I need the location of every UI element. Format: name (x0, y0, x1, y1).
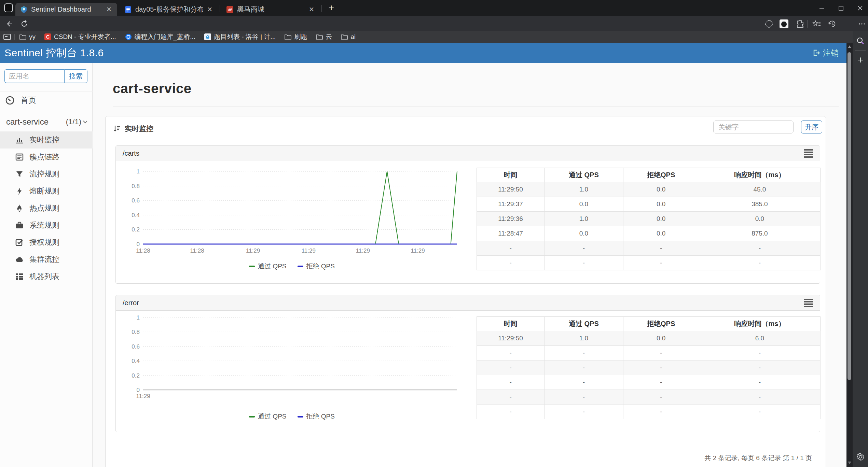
edge-sidebar-strip: + (853, 31, 868, 467)
window-close-button[interactable] (851, 0, 868, 16)
table-cell: - (623, 241, 699, 256)
sidebar-item-cluster-link[interactable]: 簇点链路 (0, 148, 93, 166)
sidebar-settings-gear-icon[interactable] (855, 452, 866, 462)
sidebar-menu: 实时监控 簇点链路 流控规则 熔断规则 热点规则 系统规则 (0, 131, 93, 285)
y-tick-label: 0.6 (132, 343, 140, 350)
strip-divider (855, 50, 866, 51)
monitor-label: 实时监控 (125, 124, 153, 133)
sidebar-item-home[interactable]: 首页 (0, 91, 93, 109)
table-row: ---- (477, 241, 821, 256)
cloud-icon (15, 256, 24, 263)
browser-menu-icon[interactable] (857, 19, 867, 29)
tab-close-icon[interactable]: ✕ (308, 5, 315, 13)
window-maximize-button[interactable] (831, 0, 851, 16)
x-tick-label: 11:29 (246, 247, 260, 254)
folder-icon (285, 34, 291, 40)
legend-label: 通过 QPS (258, 412, 286, 421)
y-tick-label: 0.8 (132, 183, 140, 189)
sort-ascending-button[interactable]: 升序 (801, 121, 822, 133)
sidebar-item-flow-rules[interactable]: 流控规则 (0, 166, 93, 183)
scrollbar-down-arrow[interactable] (848, 462, 851, 464)
metrics-table: 时间通过 QPS拒绝QPS响应时间（ms）11:29:501.00.06.0--… (477, 316, 821, 419)
sidebar-item-degrade-rules[interactable]: 熔断规则 (0, 183, 93, 200)
table-cell: 11:29:37 (477, 197, 545, 212)
y-tick-label: 0.2 (132, 372, 140, 379)
y-tick-label: 0 (137, 241, 140, 247)
scrollbar-thumb[interactable] (848, 52, 851, 380)
table-header-cell: 拒绝QPS (623, 168, 699, 182)
bookmark-csdn[interactable]: C CSDN - 专业开发者... (44, 32, 116, 41)
github-extension-icon[interactable] (779, 19, 789, 29)
back-icon[interactable] (4, 19, 14, 29)
folder-icon (19, 34, 26, 40)
app-search-button[interactable]: 搜索 (64, 69, 87, 83)
sidebar-add-icon[interactable]: + (855, 55, 866, 65)
legend-item[interactable]: 拒绝 QPS (298, 412, 335, 421)
panel-header: /carts (116, 146, 820, 161)
toolbar-divider (807, 20, 808, 28)
table-cell: - (477, 405, 545, 419)
legend-label: 拒绝 QPS (306, 262, 335, 271)
qps-line-chart: 10.80.60.40.2011:2811:2811:2911:2911:291… (122, 165, 462, 258)
app-search-input[interactable] (4, 69, 64, 83)
bookmark-lanqiao[interactable]: 编程入门题库_蓝桥... (125, 32, 195, 41)
sidebar-home-label: 首页 (20, 95, 36, 105)
legend-item[interactable]: 通过 QPS (249, 412, 286, 421)
sidebar-item-hotspot-rules[interactable]: 热点规则 (0, 200, 93, 217)
chart-legend: 通过 QPS拒绝 QPS (122, 262, 462, 271)
x-tick-label: 11:29 (356, 247, 370, 254)
bookmark-yun[interactable]: 云 (316, 32, 332, 41)
table-row: ---- (477, 390, 821, 405)
legend-item[interactable]: 拒绝 QPS (298, 262, 335, 271)
workspaces-icon[interactable] (4, 3, 13, 12)
sidebar-item-cluster-flow[interactable]: 集群流控 (0, 251, 93, 268)
tab-close-icon[interactable]: ✕ (106, 5, 112, 13)
chart-legend: 通过 QPS拒绝 QPS (122, 412, 462, 421)
sidebar-item-system-rules[interactable]: 系统规则 (0, 217, 93, 234)
table-cell: - (699, 346, 820, 360)
bookmark-luogu[interactable]: 题目列表 - 洛谷 | 计... (204, 32, 276, 41)
table-row: ---- (477, 256, 821, 270)
extensions-puzzle-icon[interactable] (795, 19, 805, 29)
doc-favicon (124, 6, 132, 13)
sidebar-item-realtime-monitor[interactable]: 实时监控 (0, 131, 93, 148)
history-icon[interactable] (827, 19, 837, 29)
tab-close-icon[interactable]: ✕ (206, 5, 213, 13)
table-cell: 11:29:50 (477, 331, 545, 346)
tab-day05[interactable]: day05-服务保护和分布式事务 - 飞 ✕ (120, 3, 218, 16)
bookmark-shuati[interactable]: 刷题 (285, 32, 307, 41)
chart-toolbox-icon[interactable] (804, 149, 813, 158)
fire-icon (15, 204, 24, 212)
refresh-icon[interactable] (19, 19, 29, 29)
scrollbar-up-arrow[interactable] (848, 45, 851, 48)
table-cell: - (545, 390, 623, 405)
legend-item[interactable]: 通过 QPS (249, 262, 286, 271)
bookmark-yy[interactable]: yy (19, 33, 36, 41)
keyword-input[interactable] (713, 121, 794, 133)
sidebar-search-icon[interactable] (855, 36, 866, 46)
sidebar-item-machine-list[interactable]: 机器列表 (0, 268, 93, 285)
tab-heima-mall[interactable]: 黑马商城 ✕ (221, 3, 320, 16)
tracking-prevention-icon[interactable] (764, 19, 774, 29)
table-cell: 1.0 (545, 182, 623, 197)
bookmark-ai[interactable]: ai (341, 33, 356, 41)
heima-favicon (226, 6, 234, 13)
table-cell: 0.0 (623, 226, 699, 241)
sidebar-app-toggle[interactable]: cart-service (1/1) (0, 113, 93, 131)
resource-route: /error (123, 299, 139, 307)
page-scrollbar[interactable] (846, 43, 853, 467)
tab-sentinel-dashboard[interactable]: Sentinel Dashboard ✕ (15, 3, 117, 16)
new-tab-button[interactable]: + (326, 3, 336, 13)
panel-header: /error (116, 295, 820, 311)
favorites-hub-icon[interactable] (812, 19, 822, 29)
table-cell: - (545, 405, 623, 419)
app-title: Sentinel 控制台 1.8.6 (4, 46, 104, 60)
table-cell: - (699, 360, 820, 375)
sidebar-toggle-icon[interactable] (3, 34, 11, 40)
logout-button[interactable]: 注销 (812, 43, 839, 63)
y-tick-label: 0.8 (132, 329, 140, 335)
chart-toolbox-icon[interactable] (804, 299, 813, 307)
window-minimize-button[interactable] (812, 0, 831, 16)
gauge-icon (5, 96, 14, 105)
sidebar-item-authority-rules[interactable]: 授权规则 (0, 234, 93, 251)
